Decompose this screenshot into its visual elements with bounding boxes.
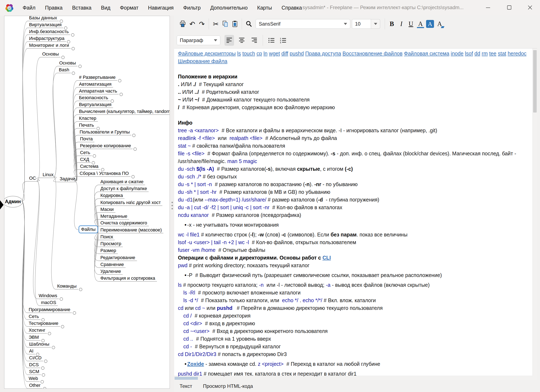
note-link[interactable]: CLI <box>322 255 331 261</box>
menubar-item-3[interactable]: Вставка <box>67 5 96 11</box>
map-node[interactable]: Просмотр <box>100 241 122 246</box>
map-node[interactable]: Очистка содержимого <box>100 220 148 226</box>
note-link[interactable]: dd <box>475 50 480 56</box>
map-node[interactable]: Пользователи и Группы <box>79 129 130 135</box>
note-link[interactable]: tee <box>489 50 496 56</box>
note-link[interactable]: Восстановление файлов <box>343 50 403 56</box>
cut-button[interactable]: ✂ <box>211 19 220 29</box>
note-link[interactable]: Файловая система <box>404 50 449 56</box>
menubar-item-5[interactable]: Формат <box>115 5 143 11</box>
map-node[interactable]: Почта <box>80 136 93 142</box>
map-node[interactable]: Вычисления (калькулятор, таймер, random) <box>79 109 170 114</box>
font-size-dropdown-button[interactable] <box>371 19 380 29</box>
note-link[interactable]: ln <box>263 50 267 56</box>
map-root-node[interactable]: Админ <box>4 199 23 204</box>
map-node[interactable]: Доступ к файлу/папке <box>100 186 147 191</box>
note-link[interactable]: Шифрование файла <box>178 58 227 64</box>
mindmap-canvas[interactable]: АдминБазы данныхВиртуализацияИнф.безопас… <box>4 16 170 389</box>
fold-arrow-left-icon[interactable] <box>0 200 4 209</box>
note-editor[interactable]: Файловые дескрипторы ls touch cp ln wget… <box>178 50 528 377</box>
menubar-item-2[interactable]: Правка <box>40 5 67 11</box>
note-link[interactable]: pushd <box>290 50 304 56</box>
map-node[interactable]: AI <box>29 348 34 354</box>
note-horizontal-scrollbar[interactable] <box>174 377 537 380</box>
map-node[interactable]: Переименование (массовое) <box>100 227 162 233</box>
map-node[interactable]: Аппаратная часть <box>79 88 117 94</box>
map-node[interactable]: SCM <box>29 369 40 374</box>
map-node[interactable]: Маски <box>100 207 114 212</box>
map-node[interactable]: Резервное копирование <box>80 143 131 148</box>
note-link[interactable]: ls <box>237 50 241 56</box>
menubar-item-7[interactable]: Фильтр <box>178 5 205 11</box>
copy-button[interactable] <box>220 19 230 29</box>
map-node[interactable]: Инфраструктура <box>29 36 65 41</box>
map-node[interactable]: Метаданные <box>100 214 128 219</box>
align-left-button[interactable] <box>225 35 234 46</box>
menubar-item-8[interactable]: Дополнительно <box>205 5 252 11</box>
underline-button[interactable]: U <box>406 19 416 29</box>
map-node[interactable]: Команды <box>57 283 77 289</box>
undo-button[interactable]: ↶ <box>187 19 197 29</box>
clear-formatting-button[interactable]: A <box>435 19 444 29</box>
bold-button[interactable]: B <box>387 19 397 29</box>
map-node[interactable]: Сеть <box>80 150 91 155</box>
paragraph-style-select[interactable]: Параграф <box>177 35 220 45</box>
map-node-selected[interactable]: Файлы <box>79 226 98 233</box>
map-node[interactable]: Other <box>29 383 41 388</box>
map-node[interactable]: macOS <box>40 300 56 305</box>
note-link[interactable]: wget <box>269 50 280 56</box>
map-node[interactable]: Виртуализация <box>29 22 62 27</box>
map-node[interactable]: Редактирование <box>100 255 136 260</box>
map-node[interactable]: Кластер <box>79 116 97 121</box>
map-node[interactable]: Система <box>80 164 99 169</box>
map-node[interactable]: Кодировка <box>100 193 123 198</box>
menubar-item-6[interactable]: Навигация <box>143 5 179 11</box>
map-node[interactable]: Архивация и сжатие <box>100 179 144 185</box>
close-button[interactable] <box>525 2 535 12</box>
scrollbar-thumb[interactable] <box>533 50 537 112</box>
note-link[interactable]: Права доступа <box>305 50 341 56</box>
menubar-item-9[interactable]: Карты <box>252 5 277 11</box>
map-node[interactable]: Основы <box>42 51 59 57</box>
map-node[interactable]: Шаблоны <box>29 342 50 347</box>
map-node[interactable]: Виртуализация <box>79 102 112 107</box>
map-node[interactable]: Печать <box>79 122 94 128</box>
map-node[interactable]: # Развертывание <box>79 75 116 80</box>
search-button[interactable] <box>244 19 254 29</box>
note-link[interactable]: stat <box>498 50 506 56</box>
highlight-color-button[interactable]: A <box>425 19 435 29</box>
scrollbar-thumb[interactable] <box>175 377 198 380</box>
paste-button[interactable] <box>230 19 240 29</box>
map-node[interactable]: Сборка \ Установка ПО <box>79 171 129 176</box>
tab-html-preview[interactable]: Просмотр HTML-кода <box>197 383 258 389</box>
map-node[interactable]: Фильтрация и сортировка <box>100 276 156 281</box>
map-node[interactable]: Тестирование <box>28 321 59 326</box>
map-node[interactable]: Bash <box>58 67 70 73</box>
note-link[interactable]: rm <box>482 50 488 56</box>
map-node[interactable]: ОС <box>29 176 36 181</box>
minimize-button[interactable] <box>483 2 493 12</box>
note-vertical-scrollbar[interactable] <box>533 48 537 376</box>
font-color-button[interactable]: A <box>416 19 425 29</box>
panel-splitter[interactable] <box>170 16 174 389</box>
note-link[interactable]: heredoc <box>508 50 526 56</box>
align-center-button[interactable] <box>237 35 246 46</box>
map-node[interactable]: Сеть <box>28 314 39 319</box>
map-node[interactable]: Windows <box>38 293 58 298</box>
map-node[interactable]: Автоматизация <box>79 81 112 87</box>
italic-button[interactable]: I <box>397 19 406 29</box>
menubar-item-4[interactable]: Вид <box>96 5 115 11</box>
note-link[interactable]: inode <box>451 50 464 56</box>
align-right-button[interactable] <box>250 35 259 46</box>
map-node[interactable]: Размер <box>100 248 117 253</box>
note-link[interactable]: Файловые дескрипторы <box>178 50 236 56</box>
map-node[interactable]: Программирование <box>28 307 71 312</box>
map-node[interactable]: Web <box>28 376 39 381</box>
map-node[interactable]: Linux <box>42 172 54 177</box>
map-node[interactable]: ЭВМ <box>28 335 39 340</box>
map-node[interactable]: CI/CD <box>29 355 42 361</box>
numbered-list-button[interactable]: 123 <box>278 35 288 46</box>
map-node[interactable]: Хостинг <box>28 327 46 333</box>
map-node[interactable]: Безопасность <box>79 95 109 101</box>
redo-button[interactable]: ↷ <box>197 19 207 29</box>
